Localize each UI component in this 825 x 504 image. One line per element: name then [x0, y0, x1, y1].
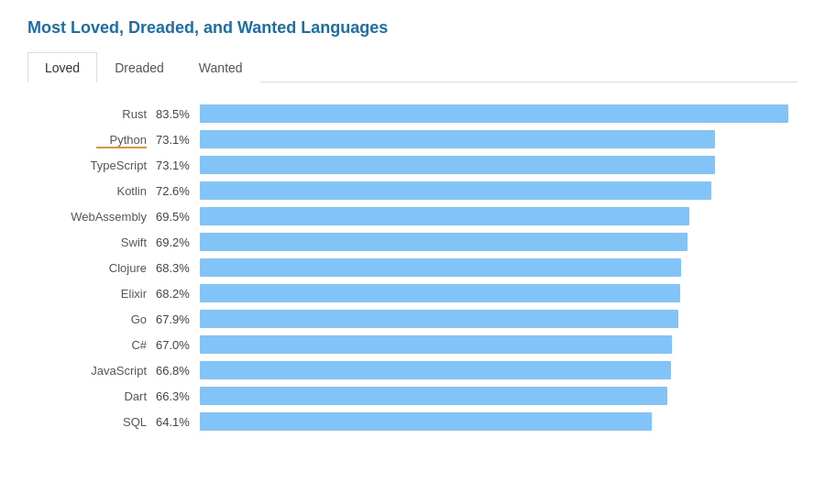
bar-fill	[200, 361, 671, 379]
bar-fill	[200, 233, 688, 251]
bar-fill	[200, 310, 678, 328]
bar-track	[200, 361, 788, 379]
bar-percent: 68.2%	[156, 287, 200, 301]
page-title: Most Loved, Dreaded, and Wanted Language…	[28, 18, 798, 38]
tab-loved[interactable]: Loved	[28, 52, 97, 82]
bar-percent: 67.9%	[156, 312, 200, 326]
bar-track	[200, 284, 788, 302]
tab-wanted[interactable]: Wanted	[182, 52, 260, 82]
bar-percent: 73.1%	[156, 133, 200, 147]
bar-percent: 68.3%	[156, 261, 200, 275]
bar-label: Clojure	[37, 261, 156, 275]
bar-row: C#67.0%	[37, 335, 788, 354]
bar-fill	[200, 258, 681, 277]
bar-row: WebAssembly69.5%	[37, 207, 788, 225]
bar-chart: Rust83.5%Python73.1%TypeScript73.1%Kotli…	[28, 104, 798, 431]
bar-track	[200, 387, 788, 405]
bar-row: SQL64.1%	[37, 412, 788, 431]
bar-percent: 69.2%	[156, 236, 200, 249]
bar-track	[200, 310, 788, 328]
bar-percent: 66.8%	[156, 364, 200, 378]
bar-track	[200, 412, 788, 431]
bar-percent: 64.1%	[156, 415, 200, 429]
bar-fill	[200, 412, 652, 431]
bar-label: Go	[37, 312, 156, 326]
bar-percent: 69.5%	[156, 210, 200, 224]
bar-track	[200, 258, 788, 277]
bar-track	[200, 181, 788, 200]
bar-fill	[200, 130, 715, 148]
bar-track	[200, 156, 788, 174]
bar-label: Rust	[37, 107, 156, 121]
bar-label: Dart	[37, 389, 156, 403]
bar-track	[200, 233, 788, 251]
bar-percent: 73.1%	[156, 159, 200, 172]
bar-label: SQL	[37, 415, 156, 429]
bar-label: Elixir	[37, 287, 156, 301]
bar-fill	[200, 284, 680, 302]
bar-percent: 66.3%	[156, 389, 200, 403]
bar-label: C#	[37, 338, 156, 352]
bar-fill	[200, 387, 667, 405]
bar-fill	[200, 156, 715, 174]
bar-label: JavaScript	[37, 364, 156, 378]
bar-row: Clojure68.3%	[37, 258, 788, 277]
bar-label: Kotlin	[37, 184, 156, 198]
tab-dreaded[interactable]: Dreaded	[97, 52, 182, 82]
bar-row: Python73.1%	[37, 130, 788, 148]
bar-track	[200, 130, 788, 148]
bar-fill	[200, 104, 788, 123]
bar-percent: 83.5%	[156, 107, 200, 121]
bar-row: Rust83.5%	[37, 104, 788, 123]
bar-label: Python	[37, 133, 156, 147]
bar-row: Dart66.3%	[37, 387, 788, 405]
bar-track	[200, 335, 788, 354]
bar-track	[200, 104, 788, 123]
bar-track	[200, 207, 788, 225]
bar-row: Swift69.2%	[37, 233, 788, 251]
bar-fill	[200, 181, 711, 200]
bar-row: Elixir68.2%	[37, 284, 788, 302]
bar-fill	[200, 335, 672, 354]
bar-row: JavaScript66.8%	[37, 361, 788, 379]
tab-bar: Loved Dreaded Wanted	[28, 52, 798, 82]
bar-label: TypeScript	[37, 159, 156, 172]
bar-fill	[200, 207, 689, 225]
bar-percent: 72.6%	[156, 184, 200, 198]
bar-row: Kotlin72.6%	[37, 181, 788, 200]
bar-row: Go67.9%	[37, 310, 788, 328]
bar-percent: 67.0%	[156, 338, 200, 352]
bar-label: WebAssembly	[37, 210, 156, 224]
bar-label: Swift	[37, 236, 156, 249]
bar-row: TypeScript73.1%	[37, 156, 788, 174]
